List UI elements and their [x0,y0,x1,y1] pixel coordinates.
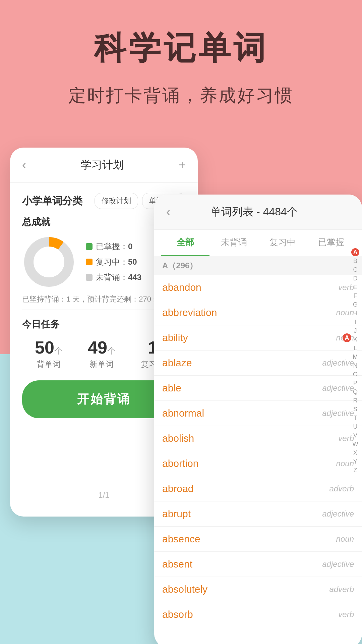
alpha-T[interactable]: T [351,414,359,422]
page-wrapper: 科学记单词 定时打卡背诵，养成好习惯 ‹ 学习计划 + 小学单词分类 修改计划 … [0,0,362,644]
word-row-10[interactable]: absence noun [154,527,362,552]
word-abnormal: abnormal [162,408,204,419]
alpha-R[interactable]: R [351,396,359,405]
alpha-A[interactable]: A [351,248,359,256]
alpha-K[interactable]: K [351,335,359,343]
alpha-Y[interactable]: Y [351,458,359,466]
alphabet-sidebar: A B C D E F G H I J K L M N O P Q R S T [351,248,359,474]
type-able: adjective [322,383,354,393]
legend-unlearned: 未背诵：443 [86,272,141,283]
alpha-Z[interactable]: Z [351,466,359,474]
word-row-13[interactable]: absorb verb [154,602,362,627]
alpha-J[interactable]: J [351,327,359,335]
word-row-12[interactable]: absolutely adverb [154,577,362,602]
legend-mastered-label: 已掌握：0 [96,241,132,252]
study-plan-title: 学习计划 [26,158,179,172]
type-absence: noun [336,534,354,544]
alpha-N[interactable]: N [351,362,359,370]
dot-gray [86,274,93,281]
word-ability: ability [162,332,188,343]
word-list-card: ‹ 单词列表 - 4484个 全部 未背诵 复习中 已掌握 A（296） aba… [154,195,362,644]
top-section: 科学记单词 定时打卡背诵，养成好习惯 [0,0,362,127]
stat-num-0: 50个 [35,337,62,358]
alpha-E[interactable]: E [351,283,359,291]
word-able: able [162,382,181,394]
alpha-P[interactable]: P [351,379,359,387]
word-row-3[interactable]: ablaze adjective [154,351,362,376]
dot-green [86,243,93,250]
card-right-header: ‹ 单词列表 - 4484个 [154,195,362,230]
word-row-0[interactable]: abandon verb [154,275,362,300]
alpha-L[interactable]: L [351,344,359,352]
word-row-4[interactable]: able adjective [154,376,362,401]
stat-desc-0: 背单词 [35,359,62,370]
tab-unlearned[interactable]: 未背诵 [209,230,258,256]
word-abolish: abolish [162,433,194,444]
word-absence: absence [162,533,200,545]
tab-bar: 全部 未背诵 复习中 已掌握 [154,230,362,256]
stat-total: 50个 背单词 [35,337,62,370]
word-section-header: A（296） [154,256,362,275]
type-abnormal: adjective [322,409,354,418]
legend-reviewing: 复习中：50 [86,257,141,267]
word-row-7[interactable]: abortion noun [154,451,362,476]
alpha-F[interactable]: F [351,292,359,300]
alpha-M[interactable]: M [351,353,359,361]
alpha-H[interactable]: H [351,309,359,317]
plus-icon[interactable]: + [179,158,186,172]
alpha-W[interactable]: W [351,440,359,448]
type-absolutely: adverb [329,585,354,594]
legend-unlearned-label: 未背诵：443 [96,272,141,283]
stat-new: 49个 新单词 [88,337,115,370]
alpha-G[interactable]: G [351,301,359,309]
word-abrupt: abrupt [162,508,191,520]
main-title: 科学记单词 [13,27,349,70]
tab-all[interactable]: 全部 [161,230,209,256]
type-absent: adjective [322,559,354,569]
word-list: abandon verb abbreviation noun ability n… [154,275,362,627]
word-absent: absent [162,558,192,570]
word-row-8[interactable]: abroad adverb [154,476,362,501]
word-row-11[interactable]: absent adjective [154,552,362,577]
alpha-S[interactable]: S [351,405,359,413]
word-row-1[interactable]: abbreviation noun [154,300,362,325]
back-icon-right[interactable]: ‹ [166,205,170,219]
legend-reviewing-label: 复习中：50 [96,257,137,267]
donut-chart [22,235,76,289]
word-list-title: 单词列表 - 4484个 [170,205,338,219]
type-abrupt: adjective [322,509,354,519]
category-label: 小学单词分类 [22,194,82,208]
word-absolutely: absolutely [162,584,207,595]
word-row-5[interactable]: abnormal adjective [154,401,362,426]
alpha-D[interactable]: D [351,274,359,282]
stat-desc-1: 新单词 [88,359,115,370]
alpha-B[interactable]: B [351,257,359,265]
legend-mastered: 已掌握：0 [86,241,141,252]
type-ablaze: adjective [322,358,354,368]
word-abortion: abortion [162,458,198,469]
type-abroad: adverb [329,484,354,493]
alpha-I[interactable]: I [351,318,359,326]
tab-mastered[interactable]: 已掌握 [307,230,355,256]
alpha-O[interactable]: O [351,370,359,378]
alpha-C[interactable]: C [351,266,359,274]
word-abandon: abandon [162,282,201,293]
dot-orange [86,259,93,265]
word-row-2[interactable]: ability noun A [154,325,362,351]
alpha-X[interactable]: X [351,449,359,457]
alpha-V[interactable]: V [351,431,359,439]
word-row-9[interactable]: abrupt adjective [154,501,362,527]
stat-num-1: 49个 [88,337,115,358]
alpha-Q[interactable]: Q [351,388,359,396]
cards-container: ‹ 学习计划 + 小学单词分类 修改计划 单词列表 总成就 [0,127,362,580]
type-absorb: verb [338,610,354,619]
word-abbreviation: abbreviation [162,307,217,318]
back-icon-left[interactable]: ‹ [22,158,26,172]
word-row-6[interactable]: abolish verb [154,426,362,451]
subtitle: 定时打卡背诵，养成好习惯 [13,84,349,107]
word-ablaze: ablaze [162,357,192,369]
card-left-header: ‹ 学习计划 + [10,148,198,183]
tab-reviewing[interactable]: 复习中 [258,230,307,256]
modify-plan-btn[interactable]: 修改计划 [95,193,138,209]
alpha-U[interactable]: U [351,423,359,431]
